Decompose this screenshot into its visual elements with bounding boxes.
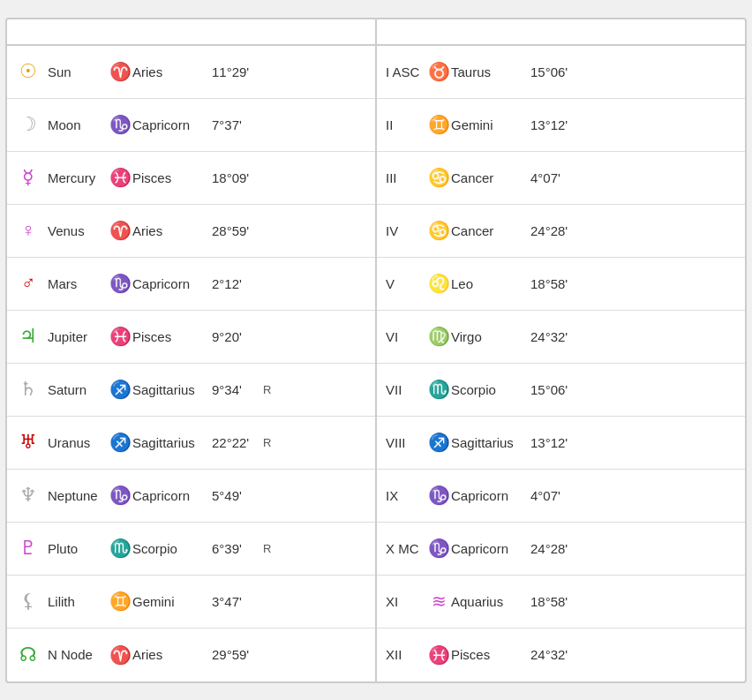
right-sign-symbol: ♊ — [426, 114, 451, 135]
right-degree: 24°32' — [530, 647, 582, 662]
planet-name: Lilith — [46, 594, 108, 609]
planet-symbol: ⚸ — [11, 590, 46, 613]
sign-name: Capricorn — [132, 117, 212, 132]
right-sign-symbol: ≋ — [426, 591, 451, 612]
sign-symbol: ♈ — [108, 644, 132, 666]
sign-name: Scorpio — [132, 541, 212, 556]
degree: 7°37' — [212, 117, 263, 132]
house-label: I ASC — [380, 64, 426, 79]
degree: 22°22' — [212, 435, 263, 450]
house-label: XII — [380, 647, 426, 662]
left-row: ♅ Uranus ♐ Sagittarius 22°22' R — [7, 417, 375, 470]
planet-name: Saturn — [46, 382, 108, 397]
house-label: III — [380, 170, 426, 185]
right-sign-symbol: ♋ — [426, 220, 451, 241]
right-sign-name: Pisces — [451, 647, 530, 662]
sign-name: Pisces — [132, 329, 212, 344]
right-degree: 4°07' — [530, 488, 582, 503]
planet-symbol: ♃ — [11, 325, 46, 348]
house-label: V — [380, 276, 426, 291]
retro: R — [263, 542, 279, 555]
house-label: VII — [380, 382, 426, 397]
planet-name: Uranus — [46, 435, 108, 450]
left-row: ♄ Saturn ♐ Sagittarius 9°34' R — [7, 364, 375, 417]
right-degree: 24°28' — [530, 223, 582, 238]
left-row: ♀ Venus ♈ Aries 28°59' — [7, 205, 375, 258]
right-row: III ♋ Cancer 4°07' — [377, 152, 745, 205]
sign-symbol: ♐ — [108, 379, 132, 400]
sign-symbol: ♑ — [108, 273, 132, 294]
degree: 18°09' — [212, 170, 263, 185]
planet-symbol: ☊ — [11, 644, 46, 666]
sign-symbol: ♈ — [108, 220, 132, 241]
house-label: VIII — [380, 435, 426, 450]
right-sign-symbol: ♑ — [426, 538, 451, 559]
right-degree: 13°12' — [530, 435, 582, 450]
planet-name: Jupiter — [46, 329, 108, 344]
planet-name: Neptune — [46, 488, 108, 503]
right-sign-name: Cancer — [451, 170, 530, 185]
degree: 29°59' — [212, 647, 263, 662]
left-row: ⚸ Lilith ♊ Gemini 3°47' — [7, 576, 375, 628]
sign-name: Capricorn — [132, 488, 212, 503]
right-degree: 24°28' — [530, 541, 582, 556]
degree: 9°34' — [212, 382, 263, 397]
sign-symbol: ♓ — [108, 167, 132, 188]
planet-symbol: ♆ — [11, 484, 46, 507]
right-row: II ♊ Gemini 13°12' — [377, 99, 745, 152]
right-sign-symbol: ♐ — [426, 432, 451, 453]
sign-symbol: ♊ — [108, 591, 132, 612]
house-label: VI — [380, 329, 426, 344]
planet-name: Mars — [46, 276, 108, 291]
right-sign-symbol: ♉ — [426, 61, 451, 82]
right-sign-symbol: ♑ — [426, 485, 451, 506]
right-row: XII ♓ Pisces 24°32' — [377, 628, 745, 681]
right-sign-name: Scorpio — [451, 382, 530, 397]
header-placidus — [377, 19, 745, 44]
right-row: VI ♍ Virgo 24°32' — [377, 311, 745, 364]
planet-name: Moon — [46, 117, 108, 132]
sign-symbol: ♑ — [108, 114, 132, 135]
left-row: ♃ Jupiter ♓ Pisces 9°20' — [7, 311, 375, 364]
right-sign-name: Taurus — [451, 64, 530, 79]
planet-name: Mercury — [46, 170, 108, 185]
degree: 3°47' — [212, 594, 263, 609]
sign-name: Aries — [132, 223, 212, 238]
right-sign-name: Aquarius — [451, 594, 530, 609]
left-row: ☿ Mercury ♓ Pisces 18°09' — [7, 152, 375, 205]
house-label: XI — [380, 594, 426, 609]
sign-name: Aries — [132, 647, 212, 662]
house-label: IV — [380, 223, 426, 238]
planet-name: Venus — [46, 223, 108, 238]
right-row: X MC ♑ Capricorn 24°28' — [377, 523, 745, 576]
right-sign-name: Capricorn — [451, 488, 530, 503]
left-row: ☉ Sun ♈ Aries 11°29' — [7, 46, 375, 99]
right-section: I ASC ♉ Taurus 15°06' II ♊ Gemini 13°12'… — [377, 46, 745, 681]
rows-container: ☉ Sun ♈ Aries 11°29' ☽ Moon ♑ Capricorn … — [7, 46, 745, 681]
right-sign-name: Gemini — [451, 117, 530, 132]
planet-symbol: ☉ — [11, 60, 46, 83]
right-row: IX ♑ Capricorn 4°07' — [377, 470, 745, 523]
left-row: ☊ N Node ♈ Aries 29°59' — [7, 628, 375, 681]
sign-symbol: ♏ — [108, 538, 132, 559]
sign-symbol: ♈ — [108, 61, 132, 82]
planet-symbol: ♄ — [11, 378, 46, 401]
right-degree: 15°06' — [530, 64, 582, 79]
table-headers — [7, 19, 745, 46]
right-row: V ♌ Leo 18°58' — [377, 258, 745, 311]
left-row: ♆ Neptune ♑ Capricorn 5°49' — [7, 470, 375, 523]
right-sign-name: Virgo — [451, 329, 530, 344]
right-row: VII ♏ Scorpio 15°06' — [377, 364, 745, 417]
left-row: ☽ Moon ♑ Capricorn 7°37' — [7, 99, 375, 152]
house-label: X MC — [380, 541, 426, 556]
right-sign-symbol: ♍ — [426, 326, 451, 347]
sign-name: Sagittarius — [132, 382, 212, 397]
main-table: ☉ Sun ♈ Aries 11°29' ☽ Moon ♑ Capricorn … — [5, 18, 747, 683]
sign-name: Pisces — [132, 170, 212, 185]
right-sign-name: Cancer — [451, 223, 530, 238]
sign-name: Capricorn — [132, 276, 212, 291]
right-sign-symbol: ♋ — [426, 167, 451, 188]
right-row: XI ≋ Aquarius 18°58' — [377, 576, 745, 628]
right-sign-name: Capricorn — [451, 541, 530, 556]
left-section: ☉ Sun ♈ Aries 11°29' ☽ Moon ♑ Capricorn … — [7, 46, 377, 681]
